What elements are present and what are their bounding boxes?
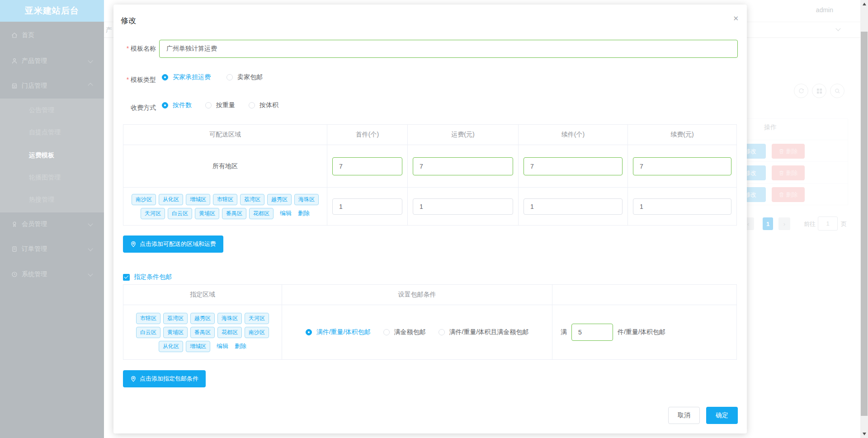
pagination-next[interactable]: › [778, 217, 790, 230]
threshold-cell: 满 件/重量/体积包邮 [552, 305, 736, 359]
scrollbar-down-arrow[interactable] [863, 433, 866, 435]
district-tag: 从化区 [159, 341, 183, 352]
table-header-row: 可配送区域 首件(个) 运费(元) 续件(个) 续费(元) [123, 125, 736, 145]
district-tag: 越秀区 [267, 194, 292, 205]
table-border [747, 140, 848, 140]
checkbox-checked-icon [123, 274, 130, 281]
pagination-goto-input[interactable] [818, 217, 838, 231]
grid-icon [816, 88, 822, 94]
submenu-item-announcements[interactable]: 公告管理 [29, 106, 54, 114]
edit-condition-region-link[interactable]: 编辑 [217, 342, 228, 350]
condition-options-cell: 满件/重量/体积包邮 满金额包邮 满件/重量/体积且满金额包邮 [282, 305, 552, 359]
radio-by-volume[interactable]: 按体积 [249, 101, 278, 109]
sidebar-item-home[interactable]: 首页 [0, 23, 104, 48]
radio-seller-free[interactable]: 卖家包邮 [226, 73, 263, 81]
sidebar-item-products[interactable]: 产品管理 [0, 48, 104, 74]
charge-method-radio-group: 按件数 按重量 按体积 [162, 101, 278, 109]
edit-region-link[interactable]: 编辑 [280, 209, 292, 217]
radio-label: 卖家包邮 [237, 73, 263, 81]
sidebar-item-system[interactable]: 系统管理 [0, 262, 104, 287]
username[interactable]: admin [816, 6, 833, 14]
district-tag: 市辖区 [213, 194, 237, 205]
radio-icon [249, 102, 255, 108]
fee-input[interactable] [413, 198, 513, 215]
radio-icon [162, 102, 168, 108]
delete-button[interactable]: 删除 [772, 165, 805, 180]
template-type-label: 模板类型 [113, 76, 156, 84]
add-region-button[interactable]: 点击添加可配送的区域和运费 [123, 235, 223, 253]
radio-by-piece[interactable]: 按件数 [162, 101, 192, 109]
district-tag: 花都区 [217, 327, 242, 338]
app-root: admin 产 亚米建站后台 首页 产品管理 门店管理 公告管理 自提点管理 [0, 0, 868, 438]
radio-label: 满件/重量/体积包邮 [316, 328, 371, 336]
template-name-input[interactable] [159, 40, 738, 58]
shop-icon [11, 82, 18, 89]
pagination-goto-label: 前往 [804, 220, 816, 228]
radio-piece-weight-volume[interactable]: 满件/重量/体积包邮 [306, 328, 371, 336]
district-tag: 番禺区 [222, 208, 246, 219]
additional-piece-input[interactable] [524, 198, 623, 215]
submenu-item-shipping-templates[interactable]: 运费模板 [29, 151, 54, 160]
radio-amount[interactable]: 满金额包邮 [383, 328, 426, 336]
district-tag: 白云区 [168, 208, 192, 219]
scrollbar[interactable] [860, 0, 868, 438]
sidebar-item-stores[interactable]: 门店管理 [0, 73, 104, 99]
fee-input[interactable] [413, 157, 513, 175]
table-row-all-regions: 所有地区 [123, 145, 736, 188]
district-tag: 越秀区 [190, 313, 215, 324]
medal-icon [11, 221, 18, 228]
threshold-suffix: 件/重量/体积包邮 [618, 328, 665, 336]
chevron-down-icon[interactable] [835, 26, 840, 31]
ops-column-header: 操作 [764, 123, 777, 132]
refresh-button[interactable] [794, 84, 808, 98]
sidebar-item-label: 产品管理 [22, 57, 47, 65]
delete-condition-region-link[interactable]: 删除 [235, 342, 246, 350]
submenu-item-pickup-points[interactable]: 自提点管理 [29, 128, 61, 137]
search-button[interactable] [830, 84, 844, 98]
delete-button[interactable]: 删除 [772, 187, 805, 202]
radio-icon [439, 329, 445, 335]
scrollbar-thumb[interactable] [861, 32, 868, 416]
submenu-item-carousel[interactable]: 轮播图管理 [29, 174, 61, 182]
additional-fee-input[interactable] [633, 157, 731, 175]
chevron-down-icon [88, 58, 93, 63]
table-border [848, 118, 848, 205]
table-row-guangzhou-districts: 南沙区 从化区 增城区 市辖区 荔湾区 越秀区 海珠区 天河区 白云区 黄埔区 … [123, 188, 736, 225]
sidebar-item-label: 首页 [22, 31, 34, 39]
pagination-page-1[interactable]: 1 [763, 217, 773, 230]
template-type-radio-group: 买家承担运费 卖家包邮 [162, 73, 263, 81]
cancel-button[interactable]: 取消 [668, 407, 700, 424]
radio-label: 按件数 [173, 101, 192, 109]
radio-piece-and-amount[interactable]: 满件/重量/体积且满金额包邮 [439, 328, 529, 336]
delete-button[interactable]: 删除 [772, 144, 805, 159]
radio-by-weight[interactable]: 按重量 [205, 101, 235, 109]
sidebar-item-orders[interactable]: 订单管理 [0, 236, 104, 262]
delete-region-link[interactable]: 删除 [298, 209, 310, 217]
sidebar-item-members[interactable]: 会员管理 [0, 212, 104, 237]
conditional-free-shipping-checkbox[interactable]: 指定条件包邮 [123, 273, 172, 281]
district-tag: 荔湾区 [240, 194, 264, 205]
scrollbar-up-arrow[interactable] [863, 3, 866, 5]
submenu-item-hot-search[interactable]: 热搜管理 [29, 196, 54, 204]
columns-button[interactable] [812, 84, 826, 98]
radio-buyer-pays[interactable]: 买家承担运费 [162, 73, 211, 81]
condition-row: 市辖区 荔湾区 越秀区 海珠区 天河区 白云区 黄埔区 番禺区 花都区 南沙区 [123, 305, 736, 359]
table-border [747, 161, 848, 162]
confirm-button[interactable]: 确定 [706, 407, 738, 424]
radio-label: 按体积 [259, 101, 278, 109]
district-tag: 从化区 [159, 194, 183, 205]
clock-icon [11, 271, 18, 278]
radio-label: 按重量 [216, 101, 235, 109]
district-tag: 增城区 [186, 194, 210, 205]
store-submenu: 公告管理 自提点管理 运费模板 轮播图管理 热搜管理 [0, 99, 104, 212]
additional-fee-input[interactable] [633, 198, 731, 215]
add-condition-button[interactable]: 点击添加指定包邮条件 [123, 370, 206, 387]
free-shipping-condition-table: 指定区域 设置包邮条件 市辖区 荔湾区 越秀区 海珠区 天河区 白云区 黄埔区 [123, 284, 737, 360]
district-tag: 市辖区 [136, 313, 160, 324]
additional-piece-input[interactable] [524, 157, 623, 175]
threshold-input[interactable] [571, 324, 613, 341]
header-first-piece: 首件(个) [327, 125, 407, 145]
close-icon[interactable]: ✕ [733, 14, 739, 23]
first-piece-input[interactable] [332, 198, 402, 215]
first-piece-input[interactable] [332, 157, 402, 175]
